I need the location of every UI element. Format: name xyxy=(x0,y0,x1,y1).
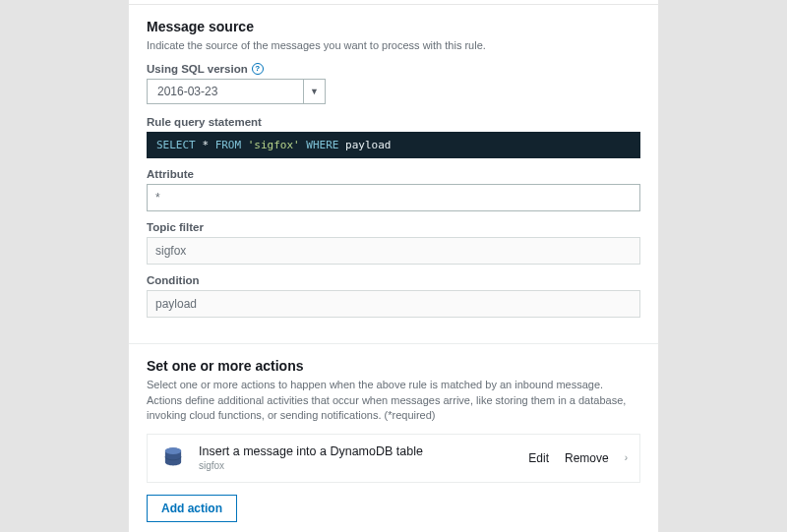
rule-query-label: Rule query statement xyxy=(147,116,640,128)
chevron-right-icon: › xyxy=(625,452,628,463)
action-item-dynamodb[interactable]: Insert a message into a DynamoDB table s… xyxy=(147,434,640,483)
topic-filter-input[interactable] xyxy=(147,237,640,265)
attribute-input[interactable] xyxy=(147,184,640,211)
attribute-label: Attribute xyxy=(147,168,640,180)
message-source-section: Message source Indicate the source of th… xyxy=(129,5,658,343)
actions-desc: Select one or more actions to happen whe… xyxy=(147,378,640,423)
sql-version-select[interactable]: 2016-03-23 ▼ xyxy=(147,79,640,104)
action-item-title: Insert a message into a DynamoDB table xyxy=(199,444,516,458)
condition-label: Condition xyxy=(147,274,640,286)
message-source-desc: Indicate the source of the messages you … xyxy=(147,38,640,53)
action-remove-link[interactable]: Remove xyxy=(565,451,609,465)
dynamodb-icon xyxy=(159,444,187,472)
sql-version-label: Using SQL version ? xyxy=(147,63,640,75)
add-action-button[interactable]: Add action xyxy=(147,495,237,522)
action-item-sub: sigfox xyxy=(199,460,516,471)
actions-section: Set one or more actions Select one or mo… xyxy=(129,343,658,532)
chevron-down-icon: ▼ xyxy=(304,79,326,104)
actions-title: Set one or more actions xyxy=(147,358,640,374)
rule-query-statement[interactable]: SELECT * FROM 'sigfox' WHERE payload xyxy=(147,132,640,158)
svg-point-1 xyxy=(165,447,181,454)
help-icon[interactable]: ? xyxy=(252,63,264,75)
action-edit-link[interactable]: Edit xyxy=(528,451,549,465)
condition-input[interactable] xyxy=(147,290,640,318)
sql-version-value: 2016-03-23 xyxy=(147,79,304,104)
action-text: Insert a message into a DynamoDB table s… xyxy=(199,444,516,471)
message-source-title: Message source xyxy=(147,19,640,34)
topic-filter-label: Topic filter xyxy=(147,221,640,233)
